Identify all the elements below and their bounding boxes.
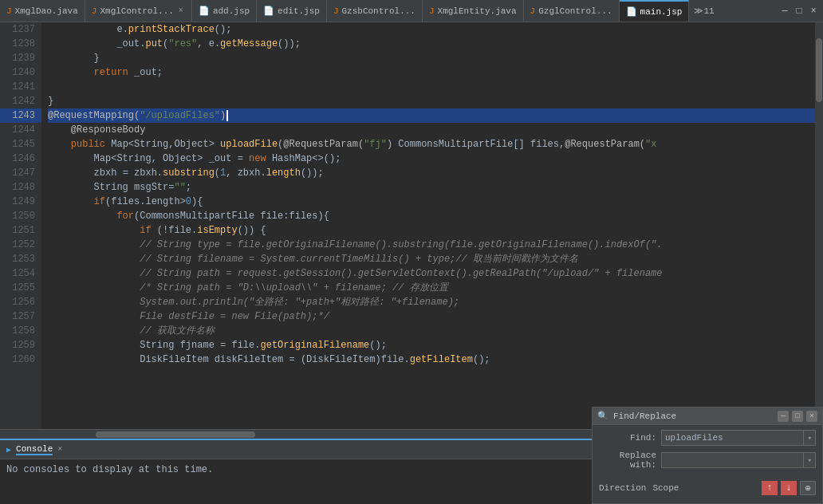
dialog-controls: — □ ×	[778, 411, 817, 422]
line-num-1240: 1240	[0, 65, 41, 80]
tab-xmglcontrol[interactable]: J XmglControl... ×	[85, 0, 192, 22]
line-num-1248: 1248	[0, 180, 41, 195]
replace-dropdown-arrow[interactable]: ▾	[803, 453, 815, 467]
code-line-1257: File destFile = new File(path);*/	[48, 309, 815, 324]
find-label: Find:	[599, 433, 656, 443]
line-num-1254: 1254	[0, 266, 41, 281]
code-line-1259: String fjname = file.getOriginalFilename…	[48, 338, 815, 352]
dialog-title: Find/Replace	[613, 411, 676, 421]
console-tab[interactable]: Console	[16, 444, 53, 455]
line-num-1257: 1257	[0, 309, 41, 324]
minimize-btn[interactable]: —	[778, 5, 791, 18]
tab-label: XmglDao.java	[15, 6, 78, 16]
tab-label: GzsbControl...	[342, 6, 415, 16]
code-line-1237: e.printStackTrace();	[48, 22, 815, 37]
dialog-minimize-btn[interactable]: —	[778, 411, 789, 422]
line-numbers: 1237 1238 1239 1240 1241 1242 1243 1244 …	[0, 22, 41, 429]
dialog-titlebar: 🔍 Find/Replace — □ ×	[593, 408, 822, 425]
tab-gzsbcontrol[interactable]: J GzsbControl...	[327, 0, 423, 22]
line-num-1242: 1242	[0, 94, 41, 108]
code-line-1241	[48, 80, 815, 94]
tab-bar: J XmglDao.java J XmglControl... × 📄 add.…	[0, 0, 823, 22]
line-num-1250: 1250	[0, 209, 41, 223]
code-line-1243: @RequestMapping("/uploadFiles")	[48, 108, 815, 123]
line-num-1239: 1239	[0, 51, 41, 65]
find-next-btn[interactable]: ↓	[781, 481, 797, 495]
java-icon: J	[530, 6, 536, 16]
dialog-close-btn[interactable]: ×	[806, 411, 817, 422]
find-row: Find: ▾	[599, 430, 816, 446]
code-content[interactable]: e.printStackTrace(); _out.put("res", e.g…	[41, 22, 815, 429]
line-num-1251: 1251	[0, 223, 41, 238]
code-line-1258: // 获取文件名称	[48, 324, 815, 338]
footer-btn-group: ↑ ↓ ⊕	[762, 481, 816, 495]
tab-gzglcontrol[interactable]: J GzglControl...	[524, 0, 620, 22]
find-dropdown-arrow[interactable]: ▾	[803, 431, 815, 445]
dialog-footer: Direction Scope ↑ ↓ ⊕	[593, 479, 822, 497]
replace-input[interactable]	[662, 455, 803, 465]
code-line-1242: }	[48, 94, 815, 108]
line-num-1259: 1259	[0, 338, 41, 352]
jsp-icon: 📄	[199, 6, 210, 16]
line-num-1244: 1244	[0, 123, 41, 137]
tab-xmgldao[interactable]: J XmglDao.java	[0, 0, 85, 22]
tab-close-btn[interactable]: ×	[177, 6, 185, 16]
code-line-1250: for(CommonsMultipartFile file:files){	[48, 209, 815, 223]
tab-addjs[interactable]: 📄 add.jsp	[192, 0, 257, 22]
tab-label: XmglControl...	[100, 6, 173, 16]
scope-label: Scope	[652, 483, 679, 493]
code-line-1254: // String path = request.getSession().ge…	[48, 266, 815, 281]
scrollbar-right[interactable]	[815, 22, 823, 429]
code-line-1248: String msgStr="";	[48, 180, 815, 195]
code-line-1246: Map<String, Object> _out = new HashMap<>…	[48, 152, 815, 166]
tab-editjsp[interactable]: 📄 edit.jsp	[257, 0, 327, 22]
code-line-1260: DiskFileItem diskFileItem = (DiskFileIte…	[48, 352, 815, 367]
line-num-1241: 1241	[0, 80, 41, 94]
jsp-icon: 📄	[263, 6, 274, 16]
line-num-1237: 1237	[0, 22, 41, 37]
line-num-1238: 1238	[0, 37, 41, 51]
java-icon: J	[6, 6, 12, 16]
find-input[interactable]	[662, 433, 803, 443]
tab-overflow[interactable]: ≫11	[689, 6, 719, 16]
code-line-1249: if(files.length>0){	[48, 195, 815, 209]
tab-xmglentity[interactable]: J XmglEntity.java	[423, 0, 524, 22]
tab-mainjsp[interactable]: 📄 main.jsp	[620, 0, 690, 22]
tab-label: add.jsp	[213, 6, 250, 16]
line-num-1256: 1256	[0, 295, 41, 309]
console-tab-close[interactable]: ×	[57, 445, 62, 454]
code-line-1245: public Map<String,Object> uploadFile(@Re…	[48, 137, 815, 152]
line-num-1247: 1247	[0, 166, 41, 180]
tab-bar-controls: — □ ×	[778, 5, 823, 18]
restore-btn[interactable]: □	[793, 5, 805, 18]
code-line-1238: _out.put("res", e.getMessage());	[48, 37, 815, 51]
line-num-1252: 1252	[0, 238, 41, 252]
find-options-btn[interactable]: ⊕	[800, 481, 816, 495]
scrollbar-bottom-thumb[interactable]	[96, 431, 255, 438]
search-icon: 🔍	[597, 411, 608, 421]
line-num-1260: 1260	[0, 352, 41, 367]
replace-input-wrap[interactable]: ▾	[661, 452, 816, 468]
java-icon: J	[333, 6, 339, 16]
tab-label: main.jsp	[640, 7, 683, 17]
code-line-1255: /* String path = "D:\\upload\\" + filena…	[48, 281, 815, 295]
find-prev-btn[interactable]: ↑	[762, 481, 778, 495]
code-line-1240: return _out;	[48, 65, 815, 80]
dialog-restore-btn[interactable]: □	[792, 411, 803, 422]
close-btn[interactable]: ×	[807, 5, 820, 18]
tab-label: GzglControl...	[538, 6, 612, 16]
code-line-1239: }	[48, 51, 815, 65]
direction-label: Direction	[599, 483, 646, 493]
find-input-wrap[interactable]: ▾	[661, 430, 816, 446]
line-num-1246: 1246	[0, 152, 41, 166]
code-line-1253: // String filename = System.currentTimeM…	[48, 252, 815, 266]
find-replace-dialog: 🔍 Find/Replace — □ × Find: ▾ Replace wit…	[592, 407, 823, 504]
editor-area: 1237 1238 1239 1240 1241 1242 1243 1244 …	[0, 22, 823, 429]
java-icon: J	[429, 6, 435, 16]
scrollbar-right-thumb[interactable]	[816, 38, 822, 102]
line-num-1245: 1245	[0, 137, 41, 152]
dialog-body: Find: ▾ Replace with: ▾	[593, 425, 822, 479]
console-message: No consoles to display at this time.	[6, 464, 213, 475]
line-num-1255: 1255	[0, 281, 41, 295]
jsp-icon: 📄	[626, 6, 637, 17]
